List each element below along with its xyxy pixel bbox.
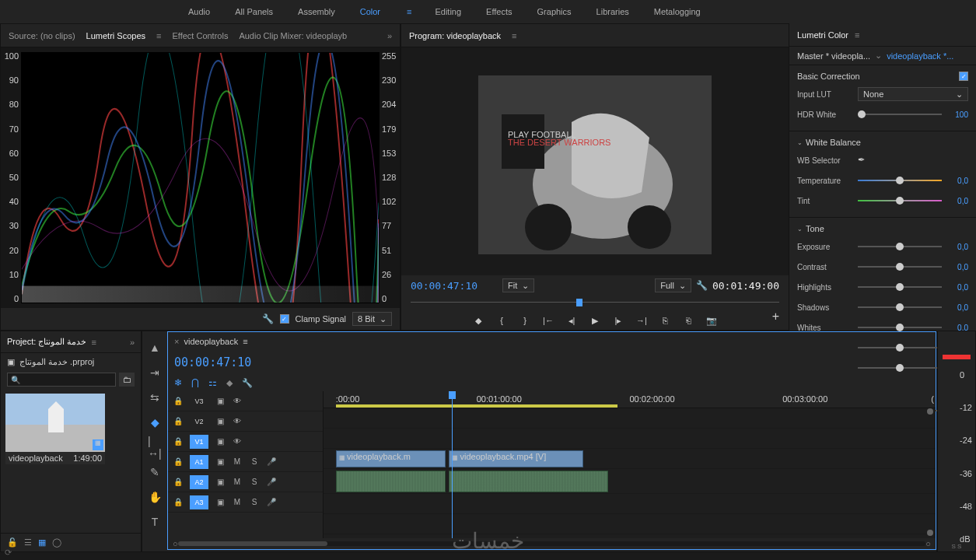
scrub-thumb[interactable] bbox=[576, 299, 582, 306]
wb-section-title[interactable]: White Balance bbox=[806, 138, 861, 147]
slip-tool-icon[interactable]: |↔| bbox=[148, 440, 162, 454]
lumetri-menu-icon[interactable]: ≡ bbox=[855, 30, 859, 40]
type-tool-icon[interactable]: T bbox=[148, 515, 162, 529]
shadows-value[interactable]: 0,0 bbox=[946, 303, 968, 312]
basic-correction-title[interactable]: Basic Correction bbox=[797, 72, 860, 81]
blacks-slider[interactable] bbox=[858, 347, 942, 348]
write-lock-icon[interactable]: 🔓 bbox=[7, 537, 18, 548]
lift-icon[interactable]: ⎘ bbox=[659, 314, 671, 327]
eye-icon[interactable]: 👁 bbox=[232, 396, 243, 407]
hdr-white-value[interactable]: 100 bbox=[946, 110, 968, 119]
track-label[interactable]: V2 bbox=[190, 415, 208, 429]
freeform-view-icon[interactable]: ◯ bbox=[52, 537, 61, 548]
track-a3[interactable]: 🔒A3▣MS🎤 bbox=[168, 492, 323, 513]
goto-out-icon[interactable]: →| bbox=[635, 314, 648, 327]
track-handle-top[interactable] bbox=[927, 408, 933, 415]
mic-icon[interactable]: 🎤 bbox=[266, 457, 277, 467]
timeline-wrench-icon[interactable]: 🔧 bbox=[242, 378, 253, 388]
timeline-timecode[interactable]: 00:00:47:10 bbox=[174, 355, 251, 369]
track-select-tool-icon[interactable]: ⇥ bbox=[148, 366, 162, 380]
exposure-slider[interactable] bbox=[858, 246, 942, 247]
ws-menu-icon[interactable]: ≡ bbox=[407, 7, 411, 16]
marker-icon[interactable]: ◆ bbox=[472, 314, 485, 327]
ws-graphics[interactable]: Graphics bbox=[536, 2, 573, 21]
project-bin[interactable]: ▦ videoplayback1:49:00 bbox=[1, 389, 141, 533]
track-label[interactable]: A3 bbox=[190, 495, 208, 509]
time-ruler[interactable]: :00:00 00:01:00:00 00:02:00:00 00:03:00:… bbox=[324, 391, 936, 408]
contrast-value[interactable]: 0,0 bbox=[946, 263, 968, 271]
shadows-slider[interactable] bbox=[858, 306, 942, 308]
project-overflow-icon[interactable]: » bbox=[130, 338, 135, 347]
ws-audio[interactable]: Audio bbox=[187, 2, 212, 21]
waveform-scope[interactable] bbox=[21, 52, 380, 303]
video-clip-1[interactable]: ▦ videoplayback.m bbox=[336, 450, 446, 467]
track-handle-bottom[interactable] bbox=[927, 530, 933, 536]
camera-icon[interactable]: 📷 bbox=[705, 314, 718, 327]
chevron-down-icon[interactable]: ⌄ bbox=[797, 139, 803, 146]
in-out-bar[interactable] bbox=[336, 404, 617, 408]
program-title[interactable]: Program: videoplayback bbox=[409, 31, 501, 40]
eyedropper-icon[interactable]: ✒ bbox=[858, 155, 869, 166]
current-timecode[interactable]: 00:00:47:10 bbox=[411, 280, 478, 292]
tabs-overflow-icon[interactable]: » bbox=[387, 31, 392, 40]
track-label[interactable]: V1 bbox=[190, 435, 208, 449]
settings-icon[interactable]: 🔧 bbox=[696, 280, 708, 291]
track-v2[interactable]: 🔒V2▣👁 bbox=[168, 411, 323, 432]
lock-icon[interactable]: 🔒 bbox=[173, 396, 184, 407]
program-monitor[interactable]: PLAY FOOTBALL THE DESERT WARRIORS bbox=[401, 47, 789, 275]
wrench-icon[interactable]: 🔧 bbox=[262, 313, 274, 324]
lane-v1[interactable]: ▦ videoplayback.m ▦ videoplayback.mp4 [V… bbox=[324, 449, 936, 469]
audio-meters[interactable]: 0-12-24-36-48dB S S bbox=[937, 331, 976, 552]
extract-icon[interactable]: ⎗ bbox=[682, 314, 694, 327]
tab-lumetri-scopes[interactable]: Lumetri Scopes bbox=[86, 31, 145, 40]
track-v1[interactable]: 🔒V1▣👁 bbox=[168, 432, 323, 452]
lock-icon[interactable]: 🔒 bbox=[173, 416, 184, 427]
project-title[interactable]: Project: خدمة المونتاج bbox=[7, 337, 86, 347]
resolution-dropdown[interactable]: Full⌄ bbox=[655, 278, 691, 292]
step-back-icon[interactable]: ◂| bbox=[565, 314, 578, 327]
video-clip-2[interactable]: ▦ videoplayback.mp4 [V] bbox=[449, 450, 583, 467]
track-a2[interactable]: 🔒A2▣MS🎤 bbox=[168, 472, 323, 492]
mic-icon[interactable]: 🎤 bbox=[266, 477, 277, 488]
lock-icon[interactable]: 🔒 bbox=[173, 497, 184, 508]
eye-icon[interactable]: 👁 bbox=[232, 416, 243, 427]
list-view-icon[interactable]: ☰ bbox=[24, 537, 32, 548]
folder-search-icon[interactable]: 🗀 bbox=[119, 373, 135, 387]
play-icon[interactable]: ▶ bbox=[589, 314, 601, 327]
eye-icon[interactable]: 👁 bbox=[232, 436, 243, 447]
lane-v2[interactable] bbox=[324, 429, 936, 449]
lock-icon[interactable]: 🔒 bbox=[173, 477, 184, 488]
solo-buttons[interactable]: S S bbox=[938, 543, 975, 550]
ws-metalogging[interactable]: Metalogging bbox=[652, 2, 702, 21]
snap-icon[interactable]: ❄ bbox=[174, 377, 182, 388]
panel-menu-icon[interactable]: ≡ bbox=[156, 31, 161, 40]
lumetri-title[interactable]: Lumetri Color bbox=[797, 30, 848, 40]
icon-view-icon[interactable]: ▦ bbox=[38, 537, 46, 548]
project-menu-icon[interactable]: ≡ bbox=[91, 338, 96, 347]
close-tab-icon[interactable]: × bbox=[174, 337, 179, 346]
program-menu-icon[interactable]: ≡ bbox=[512, 31, 516, 40]
basic-enable-checkbox[interactable]: ✓ bbox=[959, 72, 968, 81]
sync-icon[interactable]: ▣ bbox=[215, 436, 226, 447]
clamp-checkbox[interactable]: ✓ bbox=[280, 314, 289, 324]
lock-icon[interactable]: 🔒 bbox=[173, 457, 184, 467]
link-icon[interactable]: ⚏ bbox=[208, 377, 217, 388]
highlights-value[interactable]: 0,0 bbox=[946, 283, 968, 292]
tint-slider[interactable] bbox=[858, 200, 942, 201]
input-lut-dropdown[interactable]: None⌄ bbox=[858, 87, 968, 101]
bitdepth-dropdown[interactable]: 8 Bit⌄ bbox=[352, 312, 392, 326]
step-fwd-icon[interactable]: |▸ bbox=[612, 314, 624, 327]
clip-thumbnail[interactable]: ▦ bbox=[5, 394, 105, 452]
ws-allpanels[interactable]: All Panels bbox=[233, 2, 275, 21]
ws-libraries[interactable]: Libraries bbox=[595, 2, 631, 21]
track-label[interactable]: A2 bbox=[190, 475, 208, 489]
contrast-slider[interactable] bbox=[858, 266, 942, 268]
timeline-menu-icon[interactable]: ≡ bbox=[243, 337, 247, 346]
track-area[interactable]: :00:00 00:01:00:00 00:02:00:00 00:03:00:… bbox=[324, 391, 936, 538]
seq-label[interactable]: videoplayback *... bbox=[887, 51, 953, 61]
whites-slider[interactable] bbox=[858, 327, 942, 328]
ws-color[interactable]: Color bbox=[359, 2, 382, 21]
selection-tool-icon[interactable]: ▲ bbox=[148, 341, 162, 355]
tint-value[interactable]: 0,0 bbox=[946, 197, 968, 205]
pen-tool-icon[interactable]: ✎ bbox=[148, 465, 162, 479]
